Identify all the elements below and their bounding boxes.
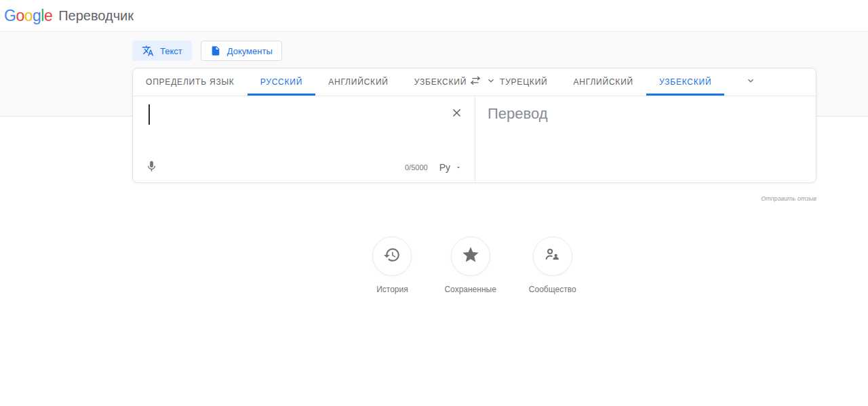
history-shortcut[interactable]: История: [372, 237, 412, 294]
source-lang-tab-russian[interactable]: РУССКИЙ: [248, 68, 316, 96]
app-header: Google Переводчик: [0, 0, 868, 32]
community-circle: [533, 237, 572, 276]
google-logo[interactable]: Google: [4, 7, 52, 25]
history-circle: [372, 237, 412, 276]
target-lang-tab-english[interactable]: АНГЛИЙСКИЙ: [560, 68, 646, 96]
target-more-languages-button[interactable]: [739, 68, 762, 96]
saved-shortcut[interactable]: Сохраненные: [444, 237, 496, 294]
logo-letter: o: [24, 7, 33, 25]
char-counter: 0/5000: [405, 163, 428, 171]
source-lang-tab-english[interactable]: АНГЛИЙСКИЙ: [315, 68, 401, 96]
community-shortcut[interactable]: Сообщество: [529, 237, 576, 294]
history-label: История: [376, 285, 408, 294]
microphone-button[interactable]: [143, 159, 159, 176]
documents-mode-label: Документы: [227, 46, 273, 56]
mode-tabs: Текст Документы: [132, 41, 282, 61]
document-icon: [210, 45, 221, 56]
page-title: Переводчик: [58, 8, 134, 24]
shortcut-buttons: История Сохраненные Сообщество: [132, 237, 816, 294]
microphone-icon: [145, 160, 158, 176]
target-lang-tab-turkish[interactable]: ТУРЕЦКИЙ: [487, 68, 560, 96]
chevron-down-icon: [745, 75, 756, 89]
language-bar: ОПРЕДЕЛИТЬ ЯЗЫК РУССКИЙ АНГЛИЙСКИЙ УЗБЕК…: [133, 68, 816, 96]
clear-input-button[interactable]: [448, 105, 465, 123]
history-icon: [383, 246, 401, 266]
send-feedback-link[interactable]: Отправить отзыв: [761, 195, 816, 202]
source-text-input[interactable]: [133, 96, 442, 152]
translate-panels: 0/5000 Ру Перевод: [133, 96, 816, 182]
community-icon: [543, 246, 561, 267]
text-mode-label: Текст: [160, 46, 182, 56]
community-label: Сообщество: [529, 285, 576, 294]
saved-label: Сохраненные: [444, 285, 496, 294]
source-toolbar: 0/5000 Ру: [133, 159, 475, 176]
star-icon: [461, 245, 480, 267]
target-lang-tab-uzbek[interactable]: УЗБЕКСКИЙ: [646, 68, 724, 96]
translate-icon: [142, 45, 154, 57]
documents-mode-button[interactable]: Документы: [201, 41, 282, 61]
logo-letter: e: [44, 7, 52, 25]
swap-languages-button[interactable]: [466, 73, 485, 92]
feedback-row: Отправить отзыв: [132, 191, 816, 203]
source-panel: 0/5000 Ру: [133, 96, 475, 182]
input-method-label: Ру: [439, 162, 450, 173]
text-mode-button[interactable]: Текст: [132, 41, 192, 61]
saved-circle: [451, 237, 490, 276]
target-panel: Перевод: [475, 96, 816, 182]
logo-letter: g: [33, 7, 41, 25]
caret-down-icon: [455, 161, 462, 174]
text-cursor: [149, 104, 150, 125]
source-language-tabs: ОПРЕДЕЛИТЬ ЯЗЫК РУССКИЙ АНГЛИЙСКИЙ УЗБЕК…: [133, 68, 475, 96]
swap-arrows-icon: [468, 73, 483, 91]
input-method-button[interactable]: Ру: [439, 161, 462, 174]
logo-letter: o: [16, 7, 24, 25]
logo-letter: G: [4, 7, 16, 25]
translate-card: ОПРЕДЕЛИТЬ ЯЗЫК РУССКИЙ АНГЛИЙСКИЙ УЗБЕК…: [132, 68, 816, 183]
target-language-tabs: ТУРЕЦКИЙ АНГЛИЙСКИЙ УЗБЕКСКИЙ: [475, 68, 816, 96]
source-lang-tab-detect[interactable]: ОПРЕДЕЛИТЬ ЯЗЫК: [133, 68, 248, 96]
translation-placeholder: Перевод: [488, 105, 548, 123]
close-icon: [450, 106, 463, 122]
